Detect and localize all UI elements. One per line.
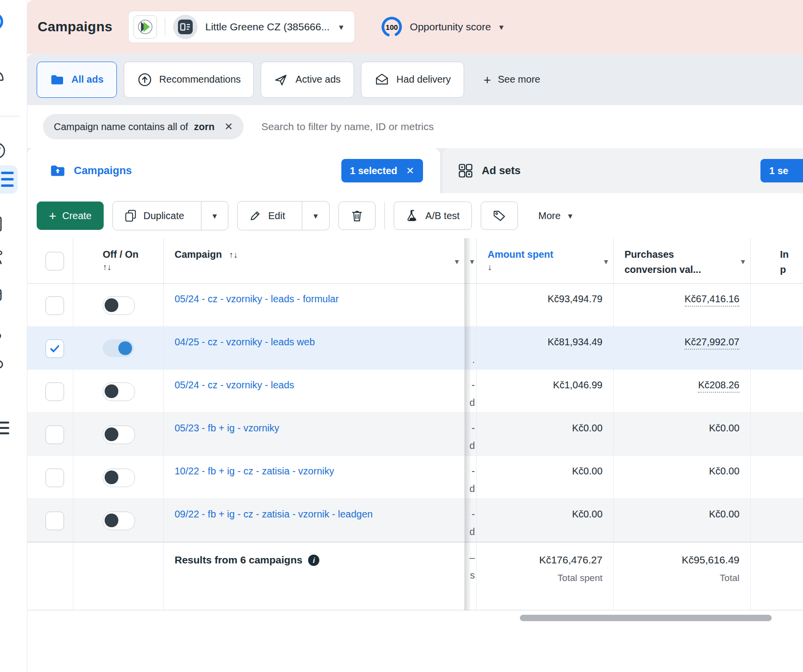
ads-manager-window: Campaigns Little Greene CZ (385666... ▼ … xyxy=(0,0,803,672)
audiences-icon[interactable] xyxy=(0,248,13,268)
ab-test-button[interactable]: A/B test xyxy=(394,202,472,230)
row-checkbox[interactable] xyxy=(45,512,64,530)
campaign-link[interactable]: 05/24 - cz - vzorniky - leads - formular xyxy=(175,293,339,305)
purchases-value[interactable]: Kč0.00 xyxy=(709,466,739,477)
row-checkbox[interactable] xyxy=(45,426,64,444)
menu-icon[interactable] xyxy=(0,422,15,436)
column-off-on[interactable]: Off / On ↑↓ xyxy=(73,238,164,283)
horizontal-scrollbar[interactable] xyxy=(520,615,772,621)
score-value: 100 xyxy=(380,16,403,38)
filter-chip[interactable]: Campaign name contains all of zorn ✕ xyxy=(43,114,244,139)
column-caret-icon[interactable]: ▼ xyxy=(468,258,475,266)
purchases-value[interactable]: Kč0.00 xyxy=(709,423,739,434)
opportunity-score[interactable]: 100 Opportunity score ▼ xyxy=(380,16,505,38)
campaign-link[interactable]: 05/24 - cz - vzorniky - leads xyxy=(175,380,294,391)
column-purchases-conversion[interactable]: Purchases conversion val... ▼ xyxy=(614,238,751,283)
ads-settings-icon[interactable] xyxy=(0,322,13,341)
row-checkbox[interactable] xyxy=(45,296,64,315)
tab-recommendations[interactable]: Recommendations xyxy=(124,62,254,98)
duplicate-button[interactable]: Duplicate ▼ xyxy=(112,201,228,230)
column-caret-icon[interactable]: ▼ xyxy=(453,258,460,266)
cutoff-column-cell: -d xyxy=(465,370,477,412)
column-campaign[interactable]: Campaign ↑↓ ▼ xyxy=(164,238,465,283)
account-name: Little Greene CZ (385666... xyxy=(205,21,330,33)
campaign-toggle[interactable] xyxy=(103,512,135,530)
toolbar: + Create Duplicate ▼ Edit ▼ xyxy=(27,193,803,238)
campaign-link[interactable]: 05/23 - fb + ig - vzorniky xyxy=(175,423,279,434)
account-overview-icon[interactable] xyxy=(0,141,13,160)
trash-icon xyxy=(350,208,364,223)
info-icon[interactable]: i xyxy=(308,555,319,566)
purchases-value[interactable]: Kč208.26 xyxy=(698,380,739,393)
billing-icon[interactable] xyxy=(0,285,13,305)
edit-dropdown[interactable]: ▼ xyxy=(302,202,329,230)
tab-had-delivery[interactable]: Had delivery xyxy=(361,62,464,98)
select-all-checkbox[interactable] xyxy=(45,252,64,270)
amount-spent-value: Kč93,494.79 xyxy=(548,293,602,305)
campaign-toggle[interactable] xyxy=(103,382,135,401)
column-partial-sliver[interactable]: ▼ xyxy=(465,238,477,283)
notifications-icon[interactable] xyxy=(0,67,13,87)
purchases-value[interactable]: Kč0.00 xyxy=(709,509,739,520)
toolbar-divider xyxy=(384,202,385,229)
edit-button[interactable]: Edit ▼ xyxy=(237,201,329,230)
campaign-toggle[interactable] xyxy=(103,339,134,357)
search-input[interactable] xyxy=(260,120,536,133)
duplicate-icon xyxy=(124,209,137,223)
tag-button[interactable] xyxy=(481,202,518,230)
amount-spent-value: Kč0.00 xyxy=(572,509,602,520)
campaign-link[interactable]: 10/22 - fb + ig - cz - zatisia - vzornik… xyxy=(175,466,334,477)
account-selector[interactable]: Little Greene CZ (385666... ▼ xyxy=(128,11,355,43)
table-body: 05/24 - cz - vzorniky - leads - formular… xyxy=(27,284,803,542)
campaigns-icon[interactable] xyxy=(0,165,18,194)
more-button[interactable]: More ▼ xyxy=(527,202,585,230)
tab-campaigns[interactable]: Campaigns 1 selected ✕ xyxy=(27,148,440,193)
campaign-link[interactable]: 04/25 - cz - vzorniky - leads web xyxy=(175,336,315,348)
clear-selection-icon[interactable]: ✕ xyxy=(406,165,414,177)
campaign-toggle[interactable] xyxy=(103,469,135,487)
column-cutoff[interactable]: In p xyxy=(751,238,803,283)
table-header: Off / On ↑↓ Campaign ↑↓ ▼ ▼ Amount spent… xyxy=(27,238,803,284)
campaign-toggle[interactable] xyxy=(103,296,135,315)
create-button[interactable]: + Create xyxy=(37,202,104,230)
delete-button[interactable] xyxy=(338,202,376,230)
plus-icon: + xyxy=(49,209,56,222)
campaign-toggle[interactable] xyxy=(103,426,135,444)
plus-icon: + xyxy=(484,73,491,86)
tab-ad-sets[interactable]: Ad sets 1 se xyxy=(443,148,803,193)
left-sidebar xyxy=(0,0,27,672)
column-caret-icon[interactable]: ▼ xyxy=(739,258,746,266)
remove-filter-icon[interactable]: ✕ xyxy=(224,121,233,133)
filter-chip-term: zorn xyxy=(194,121,215,133)
amount-spent-value: Kč0.00 xyxy=(572,423,602,434)
flask-icon xyxy=(406,209,420,223)
purchases-value[interactable]: Kč67,416.16 xyxy=(685,293,739,307)
amount-spent-value: Kč81,934.49 xyxy=(548,336,602,348)
level-tabs-row: Campaigns 1 selected ✕ Ad sets 1 se xyxy=(27,148,803,193)
purchases-value[interactable]: Kč27,992.07 xyxy=(685,336,739,350)
cutoff-column-cell: -d xyxy=(465,413,477,455)
pencil-icon xyxy=(248,209,262,223)
business-portfolio-icon xyxy=(173,15,198,39)
column-caret-icon[interactable]: ▼ xyxy=(602,258,609,266)
row-checkbox[interactable] xyxy=(45,382,64,401)
integrations-icon[interactable] xyxy=(0,358,13,378)
row-checkbox[interactable] xyxy=(45,469,64,487)
main-content: Campaigns Little Greene CZ (385666... ▼ … xyxy=(27,0,803,672)
duplicate-dropdown[interactable]: ▼ xyxy=(201,202,228,230)
adsets-selected-count-badge[interactable]: 1 se xyxy=(760,159,803,182)
pages-icon[interactable] xyxy=(0,214,13,234)
app-header: Campaigns Little Greene CZ (385666... ▼ … xyxy=(27,0,803,54)
campaign-link[interactable]: 09/22 - fb + ig - cz - zatisia - vzornik… xyxy=(175,509,373,520)
amount-spent-value: Kč1,046.99 xyxy=(553,380,602,391)
tab-all-ads[interactable]: All ads xyxy=(37,62,117,98)
tag-icon xyxy=(492,208,507,223)
tab-active-ads[interactable]: Active ads xyxy=(261,62,354,98)
see-more-button[interactable]: + See more xyxy=(471,62,553,97)
selected-count-badge[interactable]: 1 selected ✕ xyxy=(341,159,424,182)
row-checkbox[interactable] xyxy=(45,339,64,358)
table-row: 05/24 - cz - vzorniky - leads -d Kč1,046… xyxy=(27,370,803,413)
meta-logo xyxy=(0,11,13,30)
search-filter-row: Campaign name contains all of zorn ✕ xyxy=(27,105,803,148)
column-amount-spent[interactable]: Amount spent ↓ ▼ xyxy=(477,238,614,283)
